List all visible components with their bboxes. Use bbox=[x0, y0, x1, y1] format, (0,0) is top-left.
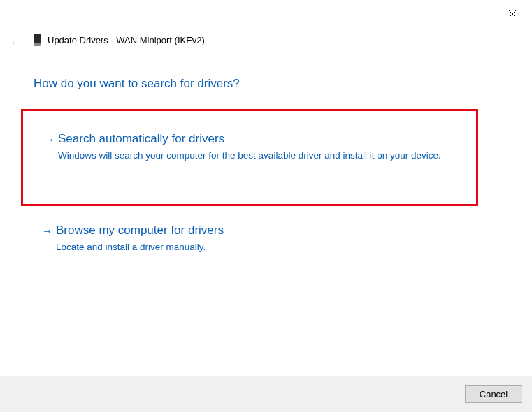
close-icon bbox=[508, 10, 517, 18]
window-title: Update Drivers - WAN Miniport (IKEv2) bbox=[48, 35, 205, 45]
option-description: Windows will search your computer for th… bbox=[58, 149, 450, 163]
cancel-button[interactable]: Cancel bbox=[465, 385, 522, 403]
window-header: Update Drivers - WAN Miniport (IKEv2) bbox=[34, 34, 205, 46]
option-description: Locate and install a driver manually. bbox=[56, 240, 447, 254]
option-browse-computer[interactable]: → Browse my computer for drivers Locate … bbox=[21, 221, 478, 270]
device-icon bbox=[34, 34, 41, 46]
option-search-automatically[interactable]: → Search automatically for drivers Windo… bbox=[21, 109, 478, 206]
option-title: Browse my computer for drivers bbox=[56, 223, 464, 237]
option-title: Search automatically for drivers bbox=[58, 132, 462, 146]
close-button[interactable] bbox=[505, 7, 519, 21]
back-arrow-icon: ← bbox=[10, 36, 21, 49]
page-heading: How do you want to search for drivers? bbox=[34, 77, 240, 91]
arrow-right-icon: → bbox=[44, 133, 55, 145]
arrow-right-icon: → bbox=[42, 225, 52, 237]
dialog-footer: Cancel bbox=[0, 376, 532, 412]
